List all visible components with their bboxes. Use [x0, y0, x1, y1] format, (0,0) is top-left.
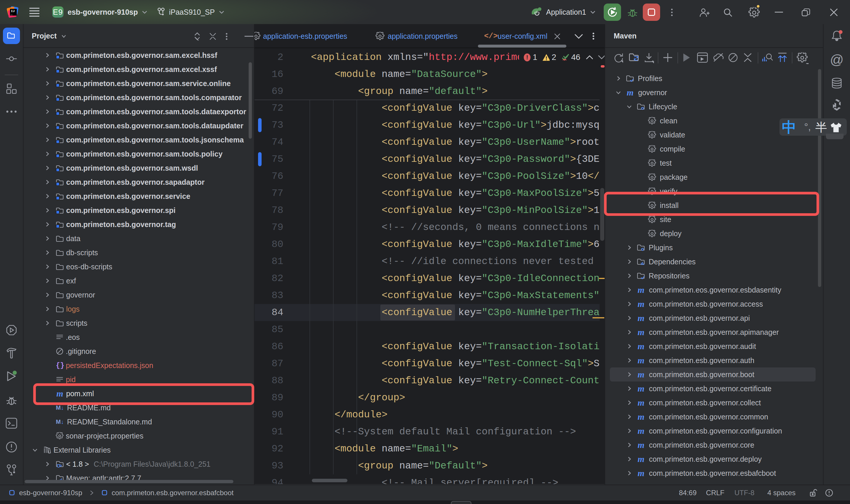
svg-text:_: _	[10, 12, 13, 16]
